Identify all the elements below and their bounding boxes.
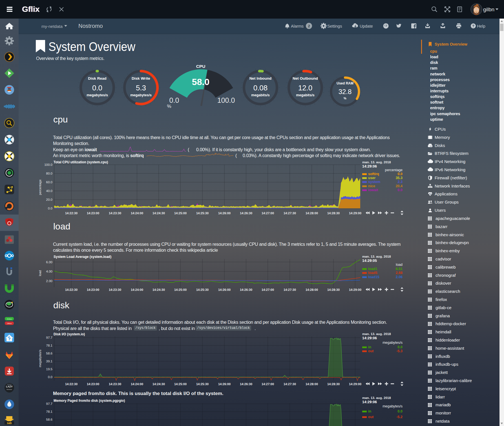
svg-text:firefox: firefox — [436, 297, 447, 302]
svg-text:home-assistant: home-assistant — [436, 346, 465, 351]
svg-text:idlejitter: idlejitter — [430, 83, 446, 88]
svg-text:binhex-airsonic: binhex-airsonic — [436, 232, 464, 237]
svg-text:jackett: jackett — [435, 370, 448, 375]
svg-text:cpu: cpu — [430, 49, 437, 53]
svg-text:Offline: Offline — [7, 323, 12, 324]
svg-text:chronograf: chronograf — [436, 273, 456, 278]
svg-text:LAZY: LAZY — [6, 385, 13, 388]
svg-text:cadvisor: cadvisor — [436, 257, 451, 261]
svg-text:lidarr: lidarr — [436, 394, 445, 399]
svg-text:disk: disk — [430, 60, 438, 65]
svg-text:apacheguacamole: apacheguacamole — [436, 216, 470, 221]
svg-text:Applications: Applications — [435, 191, 457, 196]
svg-text:Memory: Memory — [435, 135, 450, 140]
svg-text:influxdb: influxdb — [436, 354, 450, 359]
svg-text:sab: sab — [7, 421, 12, 425]
svg-text:ipc semaphores: ipc semaphores — [430, 111, 460, 116]
svg-text:softnet: softnet — [430, 100, 443, 104]
svg-text:elasticsearch: elasticsearch — [436, 289, 460, 294]
svg-text:Disks: Disks — [435, 143, 445, 148]
svg-text:hiddenloader: hiddenloader — [436, 338, 460, 342]
svg-text:letsencrypt: letsencrypt — [436, 386, 456, 391]
svg-text:gitlab-ce: gitlab-ce — [436, 305, 452, 310]
svg-text:lazylibrarian-calibre: lazylibrarian-calibre — [436, 378, 472, 383]
svg-text:load: load — [430, 55, 438, 59]
svg-text:grafana: grafana — [436, 313, 450, 318]
svg-text:network: network — [430, 72, 445, 76]
svg-text:entropy: entropy — [430, 106, 445, 110]
svg-text:User Groups: User Groups — [435, 200, 459, 204]
svg-text:hddtemp-docker: hddtemp-docker — [436, 321, 466, 326]
svg-text:BTRFS filesystem: BTRFS filesystem — [435, 151, 468, 156]
svg-text:mariadb: mariadb — [436, 402, 451, 407]
svg-text:softirqs: softirqs — [430, 94, 445, 99]
svg-text:monitorr: monitorr — [436, 411, 451, 415]
svg-text:ram: ram — [430, 66, 437, 70]
svg-text:binhex-delugevpn: binhex-delugevpn — [436, 240, 469, 245]
svg-text:binhex-emby: binhex-emby — [436, 248, 460, 253]
svg-text:librarian: librarian — [6, 389, 12, 390]
svg-text:2: 2 — [308, 24, 310, 28]
svg-text:Firewall (netfilter): Firewall (netfilter) — [435, 175, 467, 180]
svg-text:System Overview: System Overview — [435, 42, 467, 46]
svg-text:processes: processes — [430, 77, 450, 82]
svg-text:heimdall: heimdall — [436, 329, 451, 334]
svg-text:Online: Online — [7, 318, 12, 320]
svg-text:netdata: netdata — [436, 419, 450, 423]
svg-text:CPUs: CPUs — [435, 127, 446, 131]
svg-text:IPv6 Networking: IPv6 Networking — [435, 167, 465, 172]
svg-text:?: ? — [472, 24, 474, 28]
svg-text:diskover: diskover — [436, 281, 451, 286]
svg-text:bazarr: bazarr — [436, 224, 448, 229]
svg-text:calibreweb: calibreweb — [436, 265, 456, 269]
svg-text:Network Interfaces: Network Interfaces — [435, 184, 470, 188]
svg-text:IPv4 Networking: IPv4 Networking — [435, 159, 465, 164]
svg-text:uptime: uptime — [430, 117, 443, 122]
svg-text:Users: Users — [435, 208, 446, 213]
svg-text:influxdb-ups: influxdb-ups — [436, 362, 458, 367]
svg-text:interrupts: interrupts — [430, 89, 449, 93]
